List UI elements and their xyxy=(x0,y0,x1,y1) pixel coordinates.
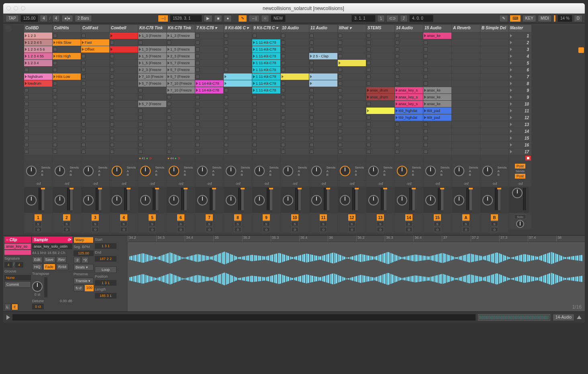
clip-slot[interactable] xyxy=(309,46,337,53)
solo-button[interactable]: S xyxy=(263,222,270,226)
clip-slot[interactable] xyxy=(281,135,309,141)
clip-slot[interactable] xyxy=(395,121,423,128)
key-map-button[interactable]: KEY xyxy=(523,15,536,22)
clip-stop-button[interactable] xyxy=(110,109,114,113)
clip-stop-button[interactable] xyxy=(367,54,371,58)
clip[interactable]: 1 2 3 4 55 xyxy=(24,53,52,59)
clip-stop-button[interactable] xyxy=(310,34,314,38)
volume-fader[interactable] xyxy=(127,188,130,210)
send-knob[interactable] xyxy=(482,166,493,176)
clip-slot[interactable] xyxy=(309,33,337,39)
clip-slot[interactable] xyxy=(53,135,81,141)
solo-button[interactable]: S xyxy=(291,222,298,226)
clip-slot[interactable] xyxy=(138,87,166,94)
clip-slot[interactable] xyxy=(138,128,166,134)
post-button-a[interactable]: Post xyxy=(515,164,525,169)
clip-slot[interactable] xyxy=(81,67,109,73)
clip-slot[interactable] xyxy=(110,87,138,94)
clip-slot[interactable] xyxy=(281,101,309,107)
track-header[interactable]: STEMS xyxy=(366,25,394,32)
clip-stop-button[interactable] xyxy=(24,129,29,133)
fade-button[interactable]: Fade xyxy=(43,264,56,270)
clip-stop-button[interactable] xyxy=(367,81,371,85)
clip-stop-button[interactable] xyxy=(338,88,342,92)
volume-fader[interactable] xyxy=(42,188,44,210)
send-knob[interactable] xyxy=(254,166,265,176)
overdub-button[interactable]: ✎ xyxy=(238,15,247,22)
clip[interactable]: 5_7 (Freeze xyxy=(167,67,195,73)
sample-name[interactable]: anax_key_solo_ostin xyxy=(32,244,72,249)
clip-slot[interactable] xyxy=(195,114,223,121)
clip-stop-button[interactable] xyxy=(110,88,114,92)
clip-stop-button[interactable] xyxy=(310,68,314,72)
clip-stop-button[interactable] xyxy=(224,41,228,45)
clip-slot[interactable] xyxy=(195,142,223,148)
zoom-icon[interactable] xyxy=(21,6,25,10)
clip-stop-button[interactable] xyxy=(281,102,285,106)
clip-slot[interactable] xyxy=(138,148,166,155)
clip-slot[interactable] xyxy=(224,46,252,53)
clip-slot[interactable] xyxy=(338,114,366,121)
clip-stop-button[interactable] xyxy=(196,68,200,72)
clip-stop-button[interactable] xyxy=(82,75,86,79)
clip-slot[interactable] xyxy=(24,101,52,107)
clip-slot[interactable] xyxy=(395,148,423,155)
clip-stop-button[interactable] xyxy=(253,102,257,106)
clip-slot[interactable]: 7_10 (Freeze xyxy=(167,80,195,87)
quantize-menu[interactable]: 2 Bars xyxy=(75,15,92,22)
clip-slot[interactable]: 1 14-Kit-C78 xyxy=(195,87,223,94)
pan-knob[interactable] xyxy=(140,195,151,205)
half-tempo-button[interactable]: :2 xyxy=(74,257,81,263)
clip[interactable]: anax_ke xyxy=(423,33,451,39)
clip-slot[interactable] xyxy=(452,94,480,100)
clip-stop-button[interactable] xyxy=(338,109,342,113)
scene-launch[interactable]: 10 xyxy=(509,101,531,107)
clip-slot[interactable] xyxy=(195,67,223,73)
clip-stop-button[interactable] xyxy=(167,129,171,133)
metronome-button[interactable]: ●|● xyxy=(61,15,73,22)
clip-slot[interactable]: 1 11-Kit-C78 xyxy=(252,46,280,53)
clip-stop-button[interactable] xyxy=(395,129,399,133)
clip[interactable]: 1 11-Kit-C78 xyxy=(252,60,280,66)
clip-stop-button[interactable] xyxy=(24,109,29,113)
clip-stop-button[interactable] xyxy=(82,109,86,113)
solo-button[interactable]: S xyxy=(92,222,99,226)
clip-slot[interactable] xyxy=(423,60,451,66)
clip-stop-button[interactable] xyxy=(53,88,57,92)
clip-stop-button[interactable] xyxy=(395,81,399,85)
clip[interactable]: 1_5 (Freeze xyxy=(138,53,166,59)
clip-slot[interactable] xyxy=(452,148,480,155)
clip-slot[interactable] xyxy=(138,135,166,141)
clip-slot[interactable] xyxy=(395,60,423,66)
clip-stop-button[interactable] xyxy=(224,34,228,38)
clip-stop-button[interactable] xyxy=(338,116,342,120)
clip-stop-button[interactable] xyxy=(82,54,86,58)
clip-slot[interactable] xyxy=(423,142,451,148)
volume-fader[interactable] xyxy=(298,188,301,210)
clip-stop-button[interactable] xyxy=(281,54,285,58)
new-button[interactable]: NEW xyxy=(271,15,286,22)
clip-slot[interactable] xyxy=(252,108,280,114)
clip-stop-button[interactable] xyxy=(424,68,428,72)
clip-stop-button[interactable] xyxy=(24,68,29,72)
clip-slot[interactable] xyxy=(110,53,138,59)
clip-slot[interactable] xyxy=(281,46,309,53)
clip-stop-button[interactable] xyxy=(110,75,114,79)
solo-button[interactable]: S xyxy=(206,222,213,226)
clip-stop-button[interactable] xyxy=(53,95,57,99)
clip-slot[interactable] xyxy=(24,128,52,134)
loop-button[interactable]: ⊂⊃ xyxy=(386,15,398,22)
send-knob[interactable] xyxy=(26,166,37,176)
clip-slot[interactable] xyxy=(309,135,337,141)
clip[interactable] xyxy=(110,33,138,39)
loop-length[interactable]: 4. 0. 0 xyxy=(409,15,433,22)
track-activator[interactable]: 5 xyxy=(149,214,156,221)
clip-slot[interactable] xyxy=(366,142,394,148)
clip-stop-button[interactable] xyxy=(53,150,57,154)
clip-slot[interactable] xyxy=(423,80,451,87)
clip-slot[interactable] xyxy=(366,73,394,80)
back-arrange-button[interactable]: ←| xyxy=(249,15,259,22)
clip-slot[interactable] xyxy=(195,33,223,39)
clip-stop-button[interactable] xyxy=(367,34,371,38)
clip-slot[interactable]: t69_pad xyxy=(423,114,451,121)
